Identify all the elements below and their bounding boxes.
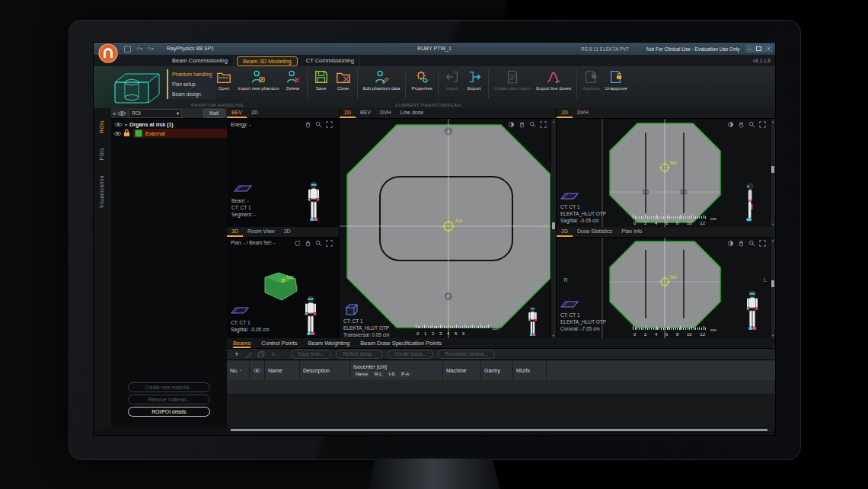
fit-view-icon[interactable]	[326, 240, 333, 247]
eye-icon[interactable]	[114, 122, 123, 127]
collapse-panel-icon[interactable]: ◂	[113, 110, 115, 117]
tab-line-dose[interactable]: Line dose	[396, 108, 428, 118]
nav-phantom-handling[interactable]: Phantom handling	[168, 69, 215, 79]
add-beam-icon[interactable]: +	[233, 350, 241, 358]
create-plan-report-button[interactable]: Create plan report	[494, 68, 531, 91]
save-button[interactable]: Save	[313, 68, 330, 91]
subcolumn-pa[interactable]: P-A	[399, 371, 411, 377]
slider-up-arrow[interactable]: ▲	[551, 120, 556, 123]
create-bolus-button[interactable]: Create bolus...	[388, 350, 433, 359]
coronal-viewport[interactable]: R L Iso 0 2 4 6 8 10 12 cm CT:	[557, 238, 775, 338]
column-no[interactable]: No.▪	[227, 360, 250, 380]
side-tab-pois[interactable]: POIs	[99, 148, 104, 163]
pin-icon[interactable]	[124, 46, 131, 53]
close-button[interactable]: ×	[767, 46, 771, 51]
tab-beam-weighting[interactable]: Beam Weighting	[308, 338, 349, 348]
properties-button[interactable]: Properties	[411, 68, 432, 91]
column-machine[interactable]: Machine	[443, 360, 481, 380]
slice-slider[interactable]: ▲ ▼	[770, 119, 775, 227]
window-level-icon[interactable]	[727, 121, 734, 128]
tab-beam-dose-specification-points[interactable]: Beam Dose Specification Points	[360, 338, 442, 348]
tab-dose-statistics[interactable]: Dose Statistics	[573, 227, 617, 237]
window-level-icon[interactable]	[727, 240, 734, 247]
renumber-beams-button[interactable]: Renumber beams...	[438, 350, 495, 359]
visibility-eye-icon[interactable]	[117, 110, 126, 117]
zoom-icon[interactable]	[529, 121, 536, 128]
tab-2d[interactable]: 2D	[340, 108, 356, 118]
fit-view-icon[interactable]	[759, 121, 766, 128]
tab-beam-commissioning[interactable]: Beam Commissioning	[167, 56, 234, 66]
tab-control-points[interactable]: Control Points	[261, 338, 297, 348]
roi-filter-dropdown[interactable]: ROI ▾	[129, 109, 182, 118]
delete-beam-icon[interactable]: ×	[270, 350, 277, 358]
scrollbar-thumb[interactable]	[231, 429, 767, 431]
roi-poi-details-button[interactable]: ROI/POI details	[128, 407, 210, 417]
zoom-icon[interactable]	[748, 121, 755, 128]
remove-material-button[interactable]: Remove material...	[128, 395, 210, 404]
open-button[interactable]: Open	[215, 68, 232, 91]
pan-icon[interactable]	[738, 240, 745, 247]
edit-beam-icon[interactable]	[245, 350, 253, 358]
tab-beam-3d-modeling[interactable]: Beam 3D Modeling	[237, 56, 298, 66]
redo-icon[interactable]: ↻▾	[148, 46, 154, 53]
transversal-viewport[interactable]: A P R L Iso 0 1 2 3 4 5 6	[340, 119, 556, 338]
slider-down-arrow[interactable]: ▼	[771, 334, 775, 337]
window-level-icon[interactable]	[508, 121, 515, 128]
tab-2d[interactable]: 2D	[557, 108, 573, 118]
slider-thumb[interactable]	[771, 280, 774, 287]
tab-plan-info[interactable]: Plan info	[617, 227, 646, 237]
fit-view-icon[interactable]	[540, 121, 547, 128]
tab-ct-commissioning[interactable]: CT Commissioning	[301, 56, 360, 66]
tab-bev-2d[interactable]: 2D	[247, 108, 263, 118]
import-button[interactable]: Import	[444, 68, 461, 91]
slider-up-arrow[interactable]: ▲	[771, 238, 775, 242]
pan-icon[interactable]	[738, 121, 745, 128]
tab-bev[interactable]: BEV	[227, 108, 247, 118]
nav-beam-design[interactable]: Beam design	[168, 89, 215, 99]
edit-phantom-data-button[interactable]: Edit phantom data	[363, 68, 400, 91]
tab-2d[interactable]: 2D	[557, 227, 573, 237]
zoom-icon[interactable]	[315, 121, 322, 128]
subcolumn-rl[interactable]: R-L	[372, 371, 385, 377]
minimize-button[interactable]: –	[748, 46, 752, 51]
reflect-setup-button[interactable]: Reflect setup...	[336, 350, 382, 359]
fit-view-icon[interactable]	[326, 121, 333, 128]
pan-icon[interactable]	[519, 121, 525, 128]
subcolumn-is[interactable]: I-S	[387, 371, 397, 377]
slider-thumb[interactable]	[552, 222, 555, 229]
delete-phantom-button[interactable]: Delete	[285, 68, 302, 91]
copy-from-button[interactable]: Copy from...	[291, 350, 331, 359]
create-new-material-button[interactable]: Create new material...	[128, 382, 210, 392]
slider-thumb[interactable]	[771, 166, 774, 173]
side-tab-rois[interactable]: ROIs	[99, 120, 104, 136]
material-button[interactable]: Matl	[203, 109, 225, 118]
tab-3d-2d[interactable]: 2D	[279, 227, 295, 237]
pan-icon[interactable]	[305, 121, 311, 128]
eye-icon[interactable]	[113, 131, 122, 136]
zoom-icon[interactable]	[315, 240, 322, 247]
subcolumn-iso-name[interactable]: Name	[353, 371, 370, 377]
export-line-doses-button[interactable]: Export line doses	[536, 68, 571, 91]
beams-table-body[interactable]	[227, 394, 775, 427]
nav-plan-setup[interactable]: Plan setup	[168, 79, 215, 89]
slider-down-arrow[interactable]: ▼	[551, 334, 556, 337]
tab-3d[interactable]: 3D	[227, 227, 243, 237]
column-gantry[interactable]: Gantry	[481, 360, 513, 380]
sagittal-viewport[interactable]: Iso 0 2 4 6 8 10 12 cm CT: CT 1 ELEKTA_H…	[557, 119, 775, 227]
column-mufx[interactable]: MU/fx	[513, 360, 547, 380]
tab-bev[interactable]: BEV	[356, 108, 375, 118]
column-description[interactable]: Description	[300, 360, 350, 380]
slice-slider[interactable]: ▲ ▼	[550, 119, 556, 338]
undo-icon[interactable]: ↺▾	[136, 46, 142, 53]
rotate-icon[interactable]	[294, 240, 301, 247]
roi-row-external[interactable]: External	[111, 129, 227, 138]
tab-room-view[interactable]: Room View	[243, 227, 279, 237]
column-visibility[interactable]	[250, 360, 265, 380]
3d-viewport[interactable]: Plan: - / Beam Set: - Iso CT: CT	[227, 238, 339, 338]
slice-slider[interactable]: ▲ ▼	[770, 238, 775, 338]
approve-button[interactable]: Approve	[582, 68, 599, 91]
unapprove-button[interactable]: Unapprove	[605, 68, 627, 91]
tab-dvh[interactable]: DVH	[573, 108, 593, 118]
close-phantom-button[interactable]: Close	[335, 68, 352, 91]
side-tab-visualization[interactable]: Visualization	[99, 175, 104, 211]
